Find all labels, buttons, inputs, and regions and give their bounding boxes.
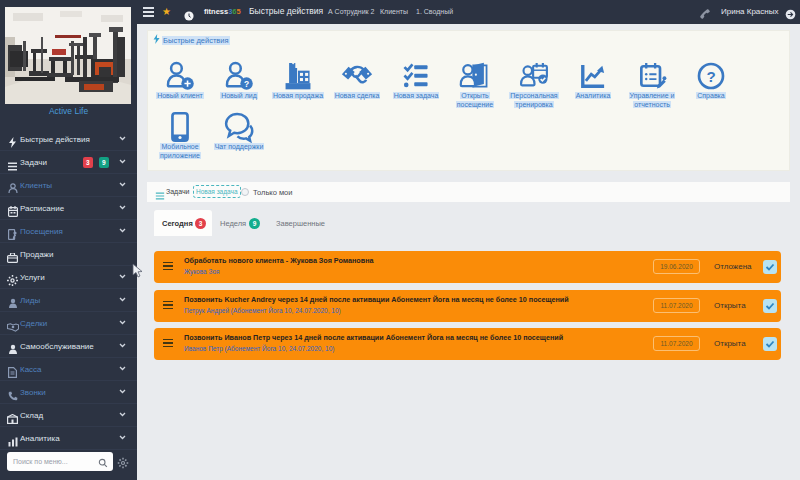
svg-text:?: ? (706, 68, 715, 85)
svg-text:?: ? (244, 79, 249, 89)
